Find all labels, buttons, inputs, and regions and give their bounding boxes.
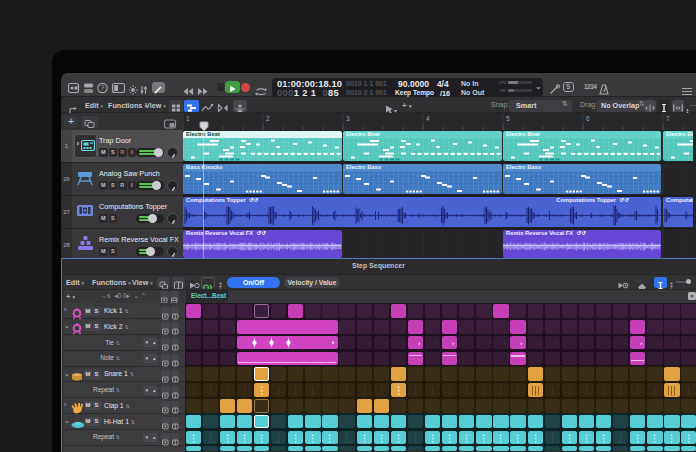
- svg-text:?: ?: [101, 84, 105, 91]
